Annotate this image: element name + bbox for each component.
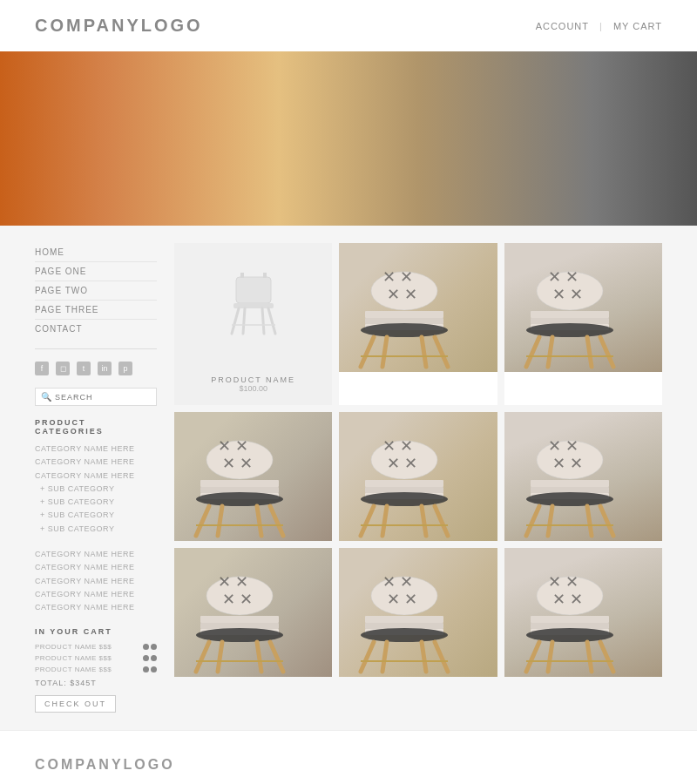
cart-item-name: PRODUCT NAME $$$ xyxy=(35,643,112,651)
product-card[interactable]: ✕ ✕ ✕ ✕ xyxy=(339,412,497,541)
svg-rect-49 xyxy=(365,480,443,487)
sidebar-item-page-one[interactable]: PAGE ONE xyxy=(35,262,157,281)
twitter-icon[interactable]: t xyxy=(77,362,91,375)
product-info: PRODUCT NAME $100.00 xyxy=(211,372,295,393)
svg-text:✕ ✕: ✕ ✕ xyxy=(552,591,583,608)
product-card[interactable]: ✕ ✕ ✕ ✕ xyxy=(339,548,497,677)
product-card[interactable]: ✕ ✕ ✕ ✕ xyxy=(174,412,332,541)
facebook-icon[interactable]: f xyxy=(35,362,49,375)
product-card[interactable]: ✕ ✕ ✕ ✕ xyxy=(504,412,662,541)
cart-dot[interactable] xyxy=(143,666,149,672)
svg-line-68 xyxy=(587,506,592,536)
sidebar-item-home[interactable]: HOME xyxy=(35,243,157,262)
svg-rect-97 xyxy=(531,616,609,623)
svg-line-101 xyxy=(526,642,539,672)
svg-text:✕ ✕: ✕ ✕ xyxy=(548,573,579,591)
account-link[interactable]: ACCOUNT xyxy=(536,21,589,31)
cat-item[interactable]: CATEGORY NAME HERE xyxy=(35,443,157,456)
svg-text:✕ ✕: ✕ ✕ xyxy=(387,455,417,472)
cart-dot[interactable] xyxy=(143,644,149,650)
cat-sub-item[interactable]: + SUB CATEGORY xyxy=(35,523,157,536)
svg-line-42 xyxy=(270,506,283,536)
svg-rect-38 xyxy=(200,487,279,493)
sidebar-item-page-three[interactable]: PAGE THREE xyxy=(35,301,157,320)
product-card[interactable]: ✕ ✕ ✕ ✕ xyxy=(174,548,332,677)
hero-overlay xyxy=(0,51,697,226)
svg-text:✕ ✕: ✕ ✕ xyxy=(222,591,253,608)
svg-rect-0 xyxy=(236,277,271,303)
svg-line-19 xyxy=(382,337,387,367)
cat-item[interactable]: CATEGORY NAME HERE xyxy=(35,470,157,483)
header-nav: ACCOUNT | MY CART xyxy=(536,21,662,31)
cart-dot[interactable] xyxy=(151,666,157,672)
cat-item[interactable]: CATEGORY NAME HERE xyxy=(35,588,157,601)
sidebar-item-page-two[interactable]: PAGE TWO xyxy=(35,281,157,301)
cat-sub-item[interactable]: + SUB CATEGORY xyxy=(35,509,157,522)
svg-rect-37 xyxy=(200,480,279,487)
cat-item[interactable]: CATEGORY NAME HERE xyxy=(35,456,157,469)
svg-line-6 xyxy=(243,308,245,334)
svg-line-5 xyxy=(268,308,275,334)
linkedin-icon[interactable]: in xyxy=(98,362,112,375)
svg-rect-98 xyxy=(531,623,609,629)
svg-rect-1 xyxy=(240,273,244,278)
product-card[interactable]: ✕ ✕ ✕ ✕ xyxy=(339,243,497,405)
cat-item[interactable]: CATEGORY NAME HERE xyxy=(35,575,157,588)
svg-line-92 xyxy=(422,642,426,672)
instagram-icon[interactable]: ◻ xyxy=(56,362,70,375)
cart-item-name: PRODUCT NAME $$$ xyxy=(35,666,112,673)
pinterest-icon[interactable]: p xyxy=(118,362,132,375)
footer-logo: COMPANYLOGO xyxy=(35,757,662,773)
search-input[interactable] xyxy=(55,393,151,402)
product-card[interactable]: ✕ ✕ ✕ ✕ xyxy=(504,243,662,405)
cart-link[interactable]: MY CART xyxy=(613,21,662,31)
svg-line-53 xyxy=(361,506,374,536)
checkout-button[interactable]: CHECK OUT xyxy=(35,695,116,713)
svg-line-43 xyxy=(218,506,222,536)
cart-item-icons xyxy=(143,655,157,661)
cat-item[interactable]: CATEGORY NAME HERE xyxy=(35,548,157,561)
svg-line-102 xyxy=(600,642,613,672)
cat-item[interactable]: CATEGORY NAME HERE xyxy=(35,601,157,614)
product-card[interactable]: ✕ ✕ ✕ ✕ xyxy=(504,548,662,677)
cat-sub-item[interactable]: + SUB CATEGORY xyxy=(35,496,157,509)
svg-text:✕ ✕: ✕ ✕ xyxy=(382,573,413,591)
svg-line-66 xyxy=(600,506,613,536)
cat-item[interactable]: CATEGORY NAME HERE xyxy=(35,561,157,574)
svg-rect-85 xyxy=(365,616,443,623)
svg-line-31 xyxy=(548,337,552,367)
svg-line-78 xyxy=(270,642,283,672)
category-list-2: CATEGORY NAME HERE CATEGORY NAME HERE CA… xyxy=(35,548,157,614)
sidebar-item-contact[interactable]: CONTACT xyxy=(35,320,157,338)
svg-line-30 xyxy=(600,337,613,367)
svg-line-44 xyxy=(257,506,261,536)
cart-item-row: PRODUCT NAME $$$ xyxy=(35,643,157,651)
svg-text:✕ ✕: ✕ ✕ xyxy=(218,573,248,591)
cart-item-icons xyxy=(143,666,157,672)
svg-line-67 xyxy=(548,506,552,536)
cart-dot[interactable] xyxy=(151,644,157,650)
category-list-1: CATEGORY NAME HERE CATEGORY NAME HERE CA… xyxy=(35,443,157,536)
cart-dot[interactable] xyxy=(143,655,149,661)
svg-line-103 xyxy=(548,642,552,672)
cart-title: IN YOUR CART xyxy=(35,627,157,636)
svg-rect-25 xyxy=(531,311,609,318)
svg-line-18 xyxy=(435,337,448,367)
svg-line-29 xyxy=(526,337,539,367)
cat-sub-item[interactable]: + SUB CATEGORY xyxy=(35,483,157,496)
svg-line-77 xyxy=(196,642,209,672)
svg-text:✕ ✕: ✕ ✕ xyxy=(548,437,579,455)
featured-product-card[interactable]: PRODUCT NAME $100.00 xyxy=(174,243,332,405)
cart-dot[interactable] xyxy=(151,655,157,661)
product-image: ✕ ✕ ✕ ✕ xyxy=(339,548,497,677)
svg-line-91 xyxy=(382,642,387,672)
featured-product-image xyxy=(174,243,332,372)
svg-text:✕ ✕: ✕ ✕ xyxy=(382,268,413,286)
product-grid-area: PRODUCT NAME $100.00 ✕ ✕ ✕ ✕ xyxy=(174,243,662,713)
svg-line-54 xyxy=(435,506,448,536)
product-image: ✕ ✕ ✕ ✕ xyxy=(174,548,332,677)
cart-total: TOTAL: $345T xyxy=(35,679,157,687)
svg-text:✕ ✕: ✕ ✕ xyxy=(548,268,579,286)
cart-item-row: PRODUCT NAME $$$ xyxy=(35,654,157,662)
categories-title: PRODUCT CATEGORIES xyxy=(35,418,157,436)
